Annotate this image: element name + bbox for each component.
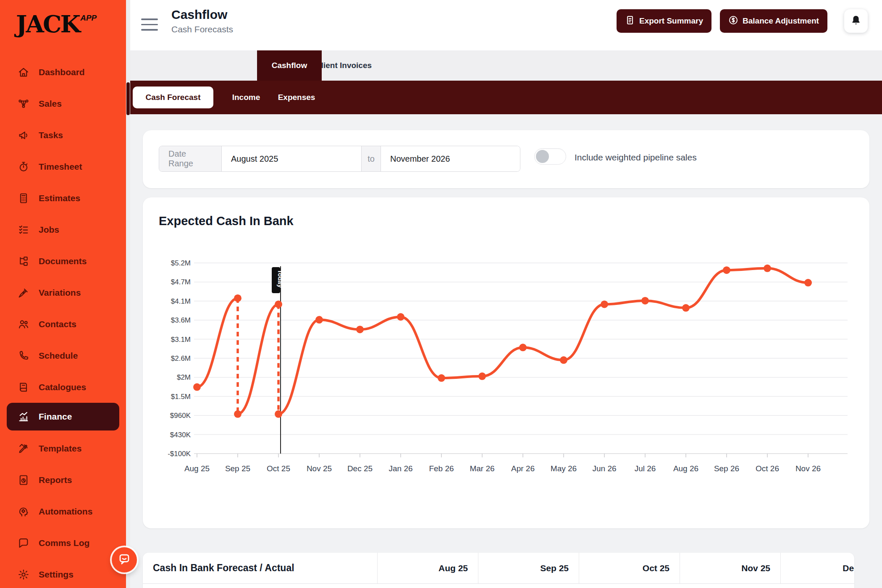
notifications-button[interactable]	[844, 9, 868, 33]
y-axis-label: $5.2M	[171, 259, 191, 267]
sidebar-item-automations[interactable]: Automations	[0, 496, 126, 527]
data-point	[682, 304, 690, 312]
sidebar-item-label: Contacts	[39, 319, 76, 329]
y-axis-label: $1.5M	[171, 393, 191, 401]
sidebar-item-variations[interactable]: Variations	[0, 277, 126, 308]
filter-card: Date Range August 2025 to November 2026 …	[143, 130, 869, 188]
logo-text: JACK	[16, 10, 79, 38]
sidebar-item-templates[interactable]: Templates	[0, 433, 126, 464]
sidebar-item-timesheet[interactable]: Timesheet	[0, 151, 126, 182]
users-icon	[18, 318, 29, 330]
today-label: Today	[277, 270, 284, 288]
data-point	[560, 356, 567, 364]
x-axis-label: Aug 25	[184, 464, 210, 473]
subtab-income[interactable]: Income	[226, 87, 266, 108]
sidebar-item-documents[interactable]: Documents	[0, 245, 126, 277]
sidebar-item-label: Sales	[39, 99, 62, 109]
sidebar-item-label: Finance	[39, 412, 72, 422]
sidebar-item-sales[interactable]: Sales	[0, 88, 126, 119]
sidebar-item-comms-log[interactable]: Comms Log	[0, 527, 126, 559]
y-axis-label: $3.6M	[171, 316, 191, 324]
balance-adjustment-label: Balance Adjustment	[743, 16, 819, 26]
toggle-knob	[536, 150, 549, 163]
pen-ruler-icon	[18, 443, 29, 454]
date-from-input[interactable]: August 2025	[222, 146, 362, 171]
data-point	[234, 410, 242, 418]
data-point	[275, 301, 282, 308]
data-point	[804, 279, 812, 286]
sidebar-item-schedule[interactable]: Schedule	[0, 340, 126, 371]
documents-icon	[18, 255, 29, 267]
sub-tab-bar: Cash ForecastIncomeExpenses	[130, 81, 882, 114]
gear-icon	[18, 569, 29, 580]
megaphone-icon	[18, 129, 29, 141]
report-icon	[18, 474, 29, 486]
sidebar-scrollbar-thumb[interactable]	[126, 82, 130, 115]
app-logo: JACKAPP	[16, 10, 97, 38]
bell-icon	[850, 15, 861, 27]
support-chat-button[interactable]	[112, 547, 137, 572]
data-point	[478, 373, 486, 380]
sidebar-item-label: Schedule	[39, 351, 78, 361]
forecast-line	[278, 268, 808, 414]
home-icon	[18, 66, 29, 78]
sidebar-item-label: Catalogues	[39, 382, 86, 392]
sidebar-item-label: Templates	[39, 444, 81, 454]
sidebar-item-reports[interactable]: Reports	[0, 464, 126, 496]
x-axis-label: Aug 26	[673, 464, 698, 473]
sidebar-item-estimates[interactable]: Estimates	[0, 182, 126, 214]
date-to-input[interactable]: November 2026	[381, 146, 520, 171]
forecast-column-aug-25: Aug 25	[378, 553, 478, 583]
data-point	[193, 383, 201, 391]
x-axis-label: Nov 26	[795, 464, 821, 473]
subtab-cash-forecast[interactable]: Cash Forecast	[133, 87, 213, 108]
sidebar-item-label: Dashboard	[39, 67, 85, 77]
sidebar-item-finance[interactable]: Finance	[7, 403, 119, 430]
automation-icon	[18, 506, 29, 517]
finance-chart-icon	[18, 411, 29, 423]
x-axis-label: Feb 26	[429, 464, 454, 473]
pen-nib-icon	[18, 287, 29, 299]
phone-icon	[18, 350, 29, 362]
sales-network-icon	[18, 98, 29, 110]
sidebar-item-label: Tasks	[39, 130, 63, 140]
sidebar-item-tasks[interactable]: Tasks	[0, 119, 126, 151]
forecast-line	[197, 298, 238, 387]
balance-adjustment-button[interactable]: Balance Adjustment	[720, 9, 827, 33]
document-icon	[625, 15, 635, 27]
weighted-pipeline-toggle[interactable]	[534, 148, 566, 165]
date-range-to-label: to	[362, 146, 381, 171]
sidebar-scrollbar[interactable]	[126, 0, 130, 588]
sidebar-item-label: Settings	[39, 570, 74, 580]
logo-superscript: APP	[80, 13, 97, 22]
sidebar-item-label: Documents	[39, 256, 87, 266]
forecast-table-card: Cash In Bank Forecast / ActualAug 25Sep …	[143, 553, 854, 588]
data-point	[397, 313, 404, 320]
sidebar-item-label: Automations	[39, 507, 92, 517]
cash-in-bank-chart[interactable]: $5.2M$4.7M$4.1M$3.6M$3.1M$2.6M$2M$1.5M$9…	[143, 197, 869, 528]
x-axis-label: Mar 26	[470, 464, 494, 473]
y-axis-label: $2.6M	[171, 354, 191, 362]
sidebar-item-contacts[interactable]: Contacts	[0, 308, 126, 340]
sidebar-item-settings[interactable]: Settings	[0, 559, 126, 588]
x-axis-label: Oct 25	[267, 464, 290, 473]
export-summary-button[interactable]: Export Summary	[617, 9, 711, 33]
y-axis-label: -$100K	[168, 450, 191, 458]
x-axis-label: Sep 26	[714, 464, 739, 473]
subtab-expenses[interactable]: Expenses	[271, 87, 322, 108]
data-point	[275, 410, 282, 418]
sidebar-item-dashboard[interactable]: Dashboard	[0, 56, 126, 88]
sidebar: JACKAPP DashboardSalesTasksTimesheetEsti…	[0, 0, 126, 588]
sidebar-item-label: Variations	[39, 288, 81, 298]
data-point	[519, 344, 527, 351]
y-axis-label: $960K	[170, 412, 191, 420]
page-subtitle: Cash Forecasts	[171, 24, 233, 34]
tab-cashflow[interactable]: Cashflow	[257, 50, 322, 81]
page-header: Cashflow Cash Forecasts Export Summary B…	[130, 0, 882, 50]
sidebar-item-jobs[interactable]: Jobs	[0, 214, 126, 245]
app-root: JACKAPP DashboardSalesTasksTimesheetEsti…	[0, 0, 882, 588]
y-axis-label: $4.7M	[171, 278, 191, 286]
hamburger-menu-icon[interactable]	[141, 18, 158, 32]
sidebar-item-label: Estimates	[39, 193, 80, 203]
sidebar-item-catalogues[interactable]: Catalogues	[0, 371, 126, 403]
